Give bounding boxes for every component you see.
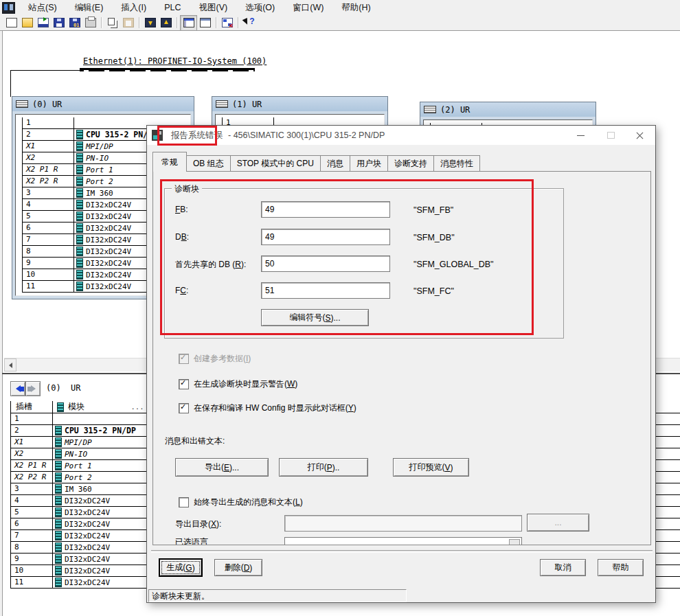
slot-cell: X2 P2 R bbox=[11, 472, 53, 483]
menu-item-站点(S)[interactable]: 站点(S) bbox=[19, 0, 66, 15]
scroll-left-button[interactable] bbox=[4, 358, 16, 372]
menu-item-选项(O)[interactable]: 选项(O) bbox=[236, 0, 284, 15]
rack-window-2-title: (2) UR bbox=[440, 105, 470, 115]
profinet-system-label: Ethernet(1): PROFINET-IO-System (100) bbox=[83, 56, 267, 66]
group-title: 诊断块 bbox=[172, 183, 202, 195]
print-icon bbox=[85, 18, 96, 27]
open-station-button[interactable] bbox=[35, 16, 51, 30]
print-button[interactable] bbox=[82, 16, 98, 30]
module-icon bbox=[76, 153, 83, 163]
slot-cell: 4 bbox=[23, 199, 74, 210]
module-name: DI32xDC24V bbox=[65, 555, 110, 564]
rack-icon bbox=[424, 106, 436, 113]
rack-name-label: UR bbox=[71, 383, 80, 393]
module-icon bbox=[55, 426, 62, 435]
module-name: DI32xDC24V bbox=[86, 259, 131, 268]
module-name: PN-IO bbox=[86, 154, 109, 163]
module-name: DI32xDC24V bbox=[86, 224, 131, 233]
upload-button[interactable] bbox=[158, 16, 174, 30]
tab-STOP 模式中的 CPU[interactable]: STOP 模式中的 CPU bbox=[230, 155, 321, 172]
rack-window-2-titlebar[interactable]: (2) UR bbox=[420, 102, 596, 117]
dialog-titlebar[interactable]: 报告系统错误 - 456\SIMATIC 300(1)\CPU 315-2 PN… bbox=[147, 126, 655, 145]
menu-item-插入(I)[interactable]: 插入(I) bbox=[112, 0, 155, 15]
fb-label: FB: bbox=[175, 205, 188, 214]
module-icon bbox=[76, 235, 83, 244]
menu-item-PLC[interactable]: PLC bbox=[155, 0, 190, 15]
db-label: DB: bbox=[175, 232, 189, 242]
cancel-button[interactable]: 取消 bbox=[540, 559, 586, 576]
profinet-bus-line bbox=[80, 68, 255, 71]
arrow-left-icon bbox=[21, 387, 24, 391]
fb-symbol: "SFM_FB" bbox=[413, 205, 453, 215]
module-icon bbox=[76, 223, 83, 233]
previous-rack-button[interactable] bbox=[10, 381, 25, 396]
module-name: DI32xDC24V bbox=[65, 520, 110, 529]
close-button[interactable] bbox=[625, 126, 654, 145]
menu-item-帮助(H)[interactable]: 帮助(H) bbox=[332, 0, 379, 15]
tab-消息[interactable]: 消息 bbox=[320, 155, 350, 172]
show-warnings-checkbox[interactable]: 在生成诊断块时显示警告(W) bbox=[179, 378, 297, 390]
combo-button-clipped bbox=[509, 539, 520, 545]
column-header-module[interactable]: 模块 bbox=[53, 401, 84, 413]
network-button[interactable] bbox=[219, 16, 235, 30]
rack-window-1-titlebar[interactable]: (1) UR bbox=[212, 97, 387, 111]
tab-常规[interactable]: 常规 bbox=[152, 152, 187, 172]
minimize-button[interactable] bbox=[566, 126, 595, 145]
module-name: IM 360 bbox=[86, 189, 113, 198]
db-input[interactable]: 49 bbox=[261, 229, 390, 245]
module-icon bbox=[57, 402, 64, 412]
tab-消息特性[interactable]: 消息特性 bbox=[433, 155, 480, 172]
dialog-tabs: 常规OB 组态STOP 模式中的 CPU消息用户块诊断支持消息特性 bbox=[152, 152, 479, 172]
module-icon bbox=[76, 258, 83, 268]
menu-item-窗口(W)[interactable]: 窗口(W) bbox=[284, 0, 332, 15]
window-button[interactable] bbox=[197, 16, 213, 30]
catalog-button[interactable] bbox=[180, 15, 197, 31]
download-button[interactable] bbox=[142, 16, 158, 30]
slot-cell: 8 bbox=[11, 542, 53, 553]
print-preview-button[interactable]: 打印预览(V) bbox=[393, 458, 469, 477]
rack-window-0-titlebar[interactable]: (0) UR bbox=[12, 97, 194, 111]
module-icon bbox=[55, 519, 62, 529]
fb-input[interactable]: 49 bbox=[261, 201, 390, 218]
slot-cell: 1 bbox=[23, 117, 74, 128]
save-button[interactable] bbox=[51, 16, 67, 30]
module-icon bbox=[76, 165, 83, 174]
delete-button[interactable]: 删除(D) bbox=[214, 559, 262, 576]
hw-config-window: 站点(S)编辑(E)插入(I)PLC视图(V)选项(O)窗口(W)帮助(H) E… bbox=[0, 0, 680, 616]
rack-index-label: (0) bbox=[46, 383, 61, 393]
generate-button[interactable]: 生成(G) bbox=[159, 559, 202, 576]
edit-symbols-button[interactable]: 编辑符号(S)... bbox=[261, 309, 369, 326]
menu-item-编辑(E)[interactable]: 编辑(E) bbox=[66, 0, 113, 15]
column-header-slot[interactable]: 插槽 bbox=[11, 401, 53, 413]
slot-cell: 5 bbox=[23, 211, 74, 222]
tab-用户块[interactable]: 用户块 bbox=[350, 155, 388, 172]
connector-line bbox=[10, 70, 80, 71]
slot-cell: X2 bbox=[23, 152, 74, 163]
maximize-button bbox=[596, 126, 625, 145]
show-dialog-on-save-checkbox[interactable]: 在保存和编译 HW Config 时显示此对话框(Y) bbox=[179, 402, 356, 414]
export-button[interactable]: 导出(E)... bbox=[175, 458, 269, 477]
shared-db-input[interactable]: 50 bbox=[261, 255, 390, 272]
menu-item-视图(V)[interactable]: 视图(V) bbox=[190, 0, 236, 15]
column-header-more: ... bbox=[132, 402, 145, 411]
toolbar-separator bbox=[216, 17, 216, 28]
module-icon bbox=[76, 247, 83, 256]
new-button[interactable] bbox=[3, 16, 19, 30]
tab-OB 组态[interactable]: OB 组态 bbox=[186, 155, 231, 172]
export-directory-input bbox=[284, 515, 522, 532]
context-help-button[interactable] bbox=[241, 16, 257, 30]
print-button[interactable]: 打印(P).. bbox=[279, 458, 368, 477]
tab-诊断支持[interactable]: 诊断支持 bbox=[387, 155, 434, 172]
save-compile-button[interactable] bbox=[67, 16, 82, 30]
module-icon bbox=[55, 484, 62, 494]
module-icon bbox=[55, 566, 62, 575]
fc-input[interactable]: 51 bbox=[261, 282, 390, 299]
arrow-right-icon bbox=[31, 385, 39, 392]
help-button[interactable]: 帮助 bbox=[598, 559, 644, 576]
module-name: DI32xDC24V bbox=[65, 543, 110, 552]
copy-button[interactable] bbox=[104, 16, 120, 30]
always-export-checkbox[interactable]: 始终导出生成的消息和文本(L) bbox=[179, 497, 303, 508]
module-name: DI32xDC24V bbox=[86, 247, 131, 256]
module-name: DI32xDC24V bbox=[86, 212, 131, 221]
open-button[interactable] bbox=[19, 16, 35, 30]
